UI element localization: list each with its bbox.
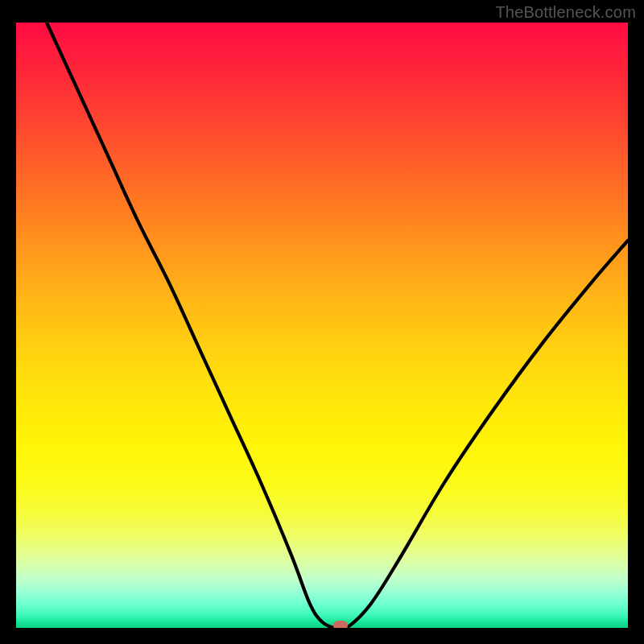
chart-frame: TheBottleneck.com — [0, 0, 644, 644]
optimal-point-marker — [333, 621, 348, 628]
plot-area — [16, 23, 628, 628]
watermark-text: TheBottleneck.com — [495, 3, 636, 22]
bottleneck-curve — [16, 23, 628, 628]
